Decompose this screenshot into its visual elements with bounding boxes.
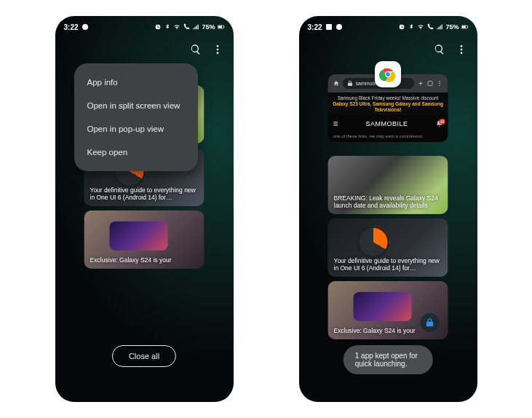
article-card[interactable]: Your definitive guide to everything new … [328,218,448,277]
article-caption: Your definitive guide to everything new … [328,253,448,277]
status-right: 75% [398,23,468,31]
notif-square-icon [325,23,333,31]
bt-icon [408,23,415,31]
status-right: 75% [154,23,224,31]
battery-pct: 75% [445,23,458,31]
notifications-icon[interactable]: 10 [435,120,442,127]
recents-toolbar [55,33,234,63]
phone-icon [426,23,434,31]
svg-point-13 [460,49,462,51]
svg-point-12 [460,45,462,47]
wifi-icon [417,23,424,31]
svg-point-6 [216,52,218,54]
svg-point-19 [439,81,440,82]
bt-icon [164,23,171,31]
promo-banner: Samsung Black Friday weeks! Massive disc… [328,92,448,115]
status-time: 3:22 [64,23,79,31]
search-icon[interactable] [190,44,202,57]
svg-point-14 [460,52,462,54]
notif-dot-icon [82,23,89,31]
recent-cards: BREAKING: Leak reveals Galaxy S24 launch… [328,156,448,339]
app-icon-chrome[interactable] [375,61,401,87]
notif-badge: 10 [439,119,445,125]
new-tab-icon[interactable] [418,80,424,87]
menu-app-info[interactable]: App info [74,71,198,94]
status-time: 3:22 [308,23,322,31]
site-header: ≡ SAMMOBILE 10 [328,115,448,133]
battery-icon [461,23,469,31]
wifi-icon [173,23,180,31]
article-card[interactable]: Exclusive: Galaxy S24 is your [328,281,448,339]
article-caption: Exclusive: Galaxy S24 is your [328,323,421,339]
svg-rect-7 [326,24,332,30]
battery-pct: 75% [202,23,215,31]
svg-rect-2 [218,26,221,28]
lock-icon [347,80,354,87]
more-icon[interactable] [212,44,223,57]
search-icon[interactable] [434,44,445,57]
app-context-menu: App info Open in split screen view Open … [74,63,198,171]
article-card[interactable]: Exclusive: Galaxy S24 is your [84,210,205,269]
svg-point-20 [439,83,440,84]
menu-keep-open[interactable]: Keep open [74,141,198,164]
recents-toolbar [299,33,477,63]
article-caption: Your definitive guide to everything new … [84,182,205,206]
hamburger-icon[interactable]: ≡ [333,119,338,129]
status-bar: 3:22 75% [299,16,477,33]
menu-popup-view[interactable]: Open in pop-up view [74,117,198,141]
battery-icon [218,23,225,31]
tabs-icon[interactable] [427,80,434,87]
status-bar: 3:22 75% [55,16,234,33]
article-card[interactable]: BREAKING: Leak reveals Galaxy S24 launch… [328,156,448,214]
home-icon[interactable] [333,80,340,87]
site-logo: SAMMOBILE [365,120,408,127]
svg-point-5 [216,49,218,51]
alarm-icon [154,23,162,31]
article-caption: Exclusive: Galaxy S24 is your [84,252,178,269]
chrome-icon [379,66,397,83]
svg-rect-18 [428,82,432,86]
more-icon[interactable] [437,80,443,87]
signal-icon [192,23,199,31]
close-all-button[interactable]: Close all [112,345,176,367]
site-subhead: one of these links, we may earn a commis… [328,133,448,142]
svg-point-4 [216,45,218,47]
svg-point-8 [336,24,342,30]
svg-rect-3 [223,26,224,28]
screenshot-left: 3:22 75% BREAKING: Leak reveals Galaxy S… [55,16,234,402]
svg-point-21 [439,84,440,86]
svg-rect-10 [461,26,465,28]
notif-dot-icon [336,23,343,31]
keep-open-lock-icon [421,313,440,332]
phone-icon [183,23,190,31]
svg-point-0 [82,24,88,30]
article-caption: BREAKING: Leak reveals Galaxy S24 launch… [328,190,448,214]
svg-rect-11 [467,26,468,28]
more-icon[interactable] [456,44,467,57]
toast-message: 1 app kept open for quick launching. [344,345,433,374]
menu-split-screen[interactable]: Open in split screen view [74,94,198,117]
signal-icon [436,23,443,31]
alarm-icon [398,23,405,31]
screenshot-right: 3:22 75% [299,16,477,402]
